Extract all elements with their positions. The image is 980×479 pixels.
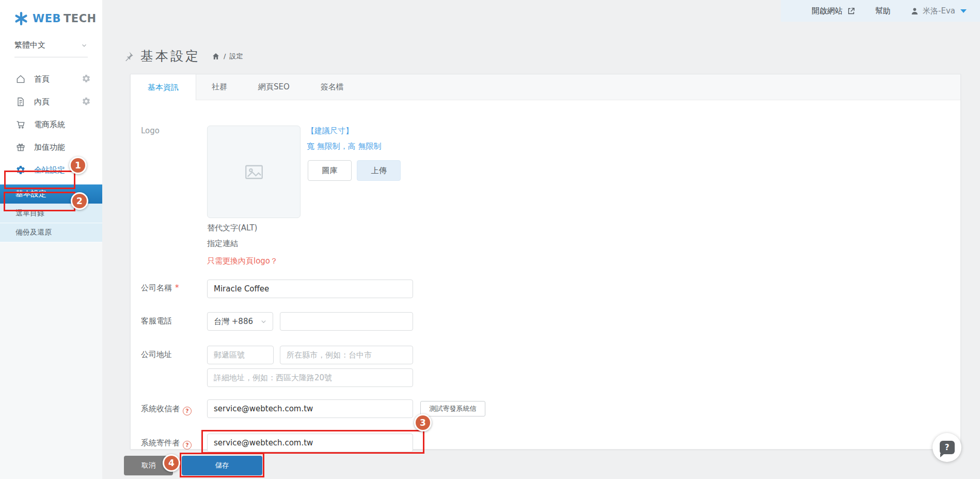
country-code-value: 台灣 +886 bbox=[214, 317, 253, 327]
country-code-select[interactable]: 台灣 +886 bbox=[207, 312, 273, 331]
brand-text: WEBTECH bbox=[33, 12, 97, 25]
gift-icon bbox=[15, 142, 26, 152]
sidebar-item-label: 首頁 bbox=[34, 74, 50, 84]
settings-card: 基本資訊 社群 網頁SEO 簽名檔 Logo 【建議尺寸】 寬 無限制，高 無限… bbox=[130, 74, 961, 450]
sidebar-item-label: 全站設定 bbox=[34, 165, 65, 175]
system-receiver-label: 系統收信者? bbox=[141, 404, 192, 415]
breadcrumb-current[interactable]: 設定 bbox=[229, 52, 243, 61]
sidebar-subitem-basic-settings[interactable]: 基本設定 bbox=[0, 184, 102, 204]
tab-label: 簽名檔 bbox=[321, 82, 344, 92]
test-send-button-label: 測試寄發系統信 bbox=[430, 404, 477, 413]
upload-button[interactable]: 上傳 bbox=[357, 160, 401, 181]
question-hint-icon[interactable]: ? bbox=[183, 407, 192, 415]
save-button[interactable]: 儲存 bbox=[182, 456, 262, 475]
cart-icon bbox=[15, 119, 26, 130]
sidebar: WEBTECH 繁體中文 首頁 內頁 電商系統 加值功能 bbox=[0, 0, 102, 479]
user-menu[interactable]: 米洛-Eva bbox=[910, 6, 967, 16]
required-mark: * bbox=[175, 283, 179, 292]
gear-icon bbox=[15, 165, 26, 175]
zip-code-input[interactable] bbox=[207, 346, 274, 364]
sidebar-item-home[interactable]: 首頁 bbox=[0, 68, 102, 90]
tab-label: 網頁SEO bbox=[258, 82, 290, 92]
company-name-label: 公司名稱* bbox=[141, 283, 179, 293]
home-icon bbox=[15, 74, 26, 84]
external-link-icon bbox=[847, 7, 856, 16]
tab-seo[interactable]: 網頁SEO bbox=[243, 74, 305, 100]
company-name-input[interactable] bbox=[207, 280, 413, 298]
brand-logo: WEBTECH bbox=[0, 0, 102, 27]
service-phone-label: 客服電話 bbox=[141, 316, 172, 326]
cancel-button-label: 取消 bbox=[141, 461, 155, 470]
city-input[interactable] bbox=[280, 346, 413, 364]
system-sender-label: 系統寄件者? bbox=[141, 438, 192, 450]
address-detail-input[interactable] bbox=[207, 368, 413, 387]
page-header: 基本設定 / 設定 bbox=[123, 48, 243, 65]
system-receiver-label-text: 系統收信者 bbox=[141, 404, 180, 413]
sidebar-subitem-label: 選單目錄 bbox=[15, 209, 44, 218]
user-icon bbox=[910, 7, 919, 16]
topbar: 開啟網站 幫助 米洛-Eva bbox=[781, 0, 980, 22]
sidebar-top: WEBTECH 繁體中文 首頁 內頁 電商系統 加值功能 bbox=[0, 0, 102, 184]
brand-tech: TECH bbox=[64, 12, 97, 25]
test-send-system-mail-button[interactable]: 測試寄發系統信 bbox=[420, 401, 485, 416]
open-site-link[interactable]: 開啟網站 bbox=[812, 6, 856, 16]
sidebar-item-site-settings[interactable]: 全站設定 bbox=[0, 159, 102, 181]
chevron-down-icon bbox=[81, 42, 88, 49]
system-sender-input[interactable] bbox=[207, 434, 413, 452]
brand-web: WEB bbox=[33, 12, 61, 25]
sidebar-item-ecommerce[interactable]: 電商系統 bbox=[0, 113, 102, 136]
system-receiver-input[interactable] bbox=[207, 399, 413, 418]
open-site-label: 開啟網站 bbox=[812, 6, 843, 16]
sidebar-item-label: 內頁 bbox=[34, 97, 50, 107]
sidebar-item-label: 加值功能 bbox=[34, 143, 65, 152]
sidebar-item-inner-pages[interactable]: 內頁 bbox=[0, 90, 102, 113]
sidebar-nav: 首頁 內頁 電商系統 加值功能 全站設定 bbox=[0, 68, 102, 184]
sidebar-item-addons[interactable]: 加值功能 bbox=[0, 136, 102, 159]
help-label: 幫助 bbox=[875, 6, 891, 16]
upload-button-label: 上傳 bbox=[371, 166, 387, 176]
company-address-label: 公司地址 bbox=[141, 350, 172, 360]
pin-icon[interactable] bbox=[123, 51, 134, 62]
logo-label: Logo bbox=[141, 126, 160, 135]
help-fab-button[interactable]: ? bbox=[932, 433, 961, 462]
link-target-label: 指定連結 bbox=[207, 239, 238, 249]
breadcrumb-separator: / bbox=[224, 52, 226, 60]
change-inner-logo-link[interactable]: 只需更換內頁logo？ bbox=[207, 256, 278, 266]
logo-upload-placeholder[interactable] bbox=[207, 126, 301, 218]
system-sender-label-text: 系統寄件者 bbox=[141, 438, 180, 447]
chevron-down-icon bbox=[260, 318, 267, 326]
question-hint-icon[interactable]: ? bbox=[183, 441, 192, 450]
gear-icon[interactable] bbox=[82, 74, 91, 83]
company-name-label-text: 公司名稱 bbox=[141, 283, 172, 292]
sidebar-subitem-backup-restore[interactable]: 備份及還原 bbox=[0, 223, 102, 242]
page-title: 基本設定 bbox=[140, 48, 200, 65]
tab-label: 社群 bbox=[212, 82, 227, 92]
user-name: 米洛-Eva bbox=[923, 6, 955, 16]
service-phone-input[interactable] bbox=[280, 312, 413, 331]
gear-icon[interactable] bbox=[82, 97, 91, 106]
language-select[interactable]: 繁體中文 bbox=[14, 40, 88, 57]
page-icon bbox=[15, 97, 26, 107]
caret-down-icon bbox=[960, 9, 967, 13]
sidebar-subitem-menu-directory[interactable]: 選單目錄 bbox=[0, 204, 102, 223]
tab-signature[interactable]: 簽名檔 bbox=[305, 74, 359, 100]
tab-social[interactable]: 社群 bbox=[196, 74, 243, 100]
sidebar-subitem-label: 備份及還原 bbox=[15, 228, 52, 237]
language-select-value: 繁體中文 bbox=[14, 40, 45, 50]
tab-label: 基本資訊 bbox=[148, 83, 179, 92]
gallery-button[interactable]: 圖庫 bbox=[308, 160, 352, 181]
help-link[interactable]: 幫助 bbox=[875, 6, 891, 16]
sidebar-item-label: 電商系統 bbox=[34, 120, 65, 130]
sidebar-subnav: 基本設定 選單目錄 備份及還原 bbox=[0, 184, 102, 242]
breadcrumb: / 設定 bbox=[212, 52, 243, 61]
help-bubble-icon: ? bbox=[940, 441, 955, 454]
cancel-button[interactable]: 取消 bbox=[124, 456, 173, 475]
asterisk-logo-icon bbox=[14, 12, 28, 25]
suggest-size-dims: 寬 無限制，高 無限制 bbox=[307, 142, 382, 151]
home-icon[interactable] bbox=[212, 52, 220, 60]
save-button-label: 儲存 bbox=[215, 461, 229, 470]
image-icon bbox=[243, 161, 265, 183]
tab-basic-info[interactable]: 基本資訊 bbox=[131, 74, 196, 100]
suggest-size-title: 【建議尺寸】 bbox=[307, 126, 353, 136]
tab-bar: 基本資訊 社群 網頁SEO 簽名檔 bbox=[131, 74, 960, 100]
